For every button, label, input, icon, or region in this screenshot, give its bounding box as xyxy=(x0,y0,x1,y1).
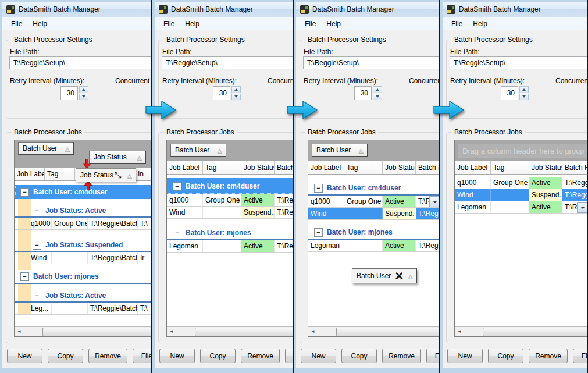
horizontal-scrollbar[interactable]: ◄ xyxy=(308,326,440,336)
copy-button[interactable]: Copy xyxy=(341,349,377,363)
job-row[interactable]: LegomanActiveT:\Reggie\Batch\ xyxy=(308,240,440,252)
copy-button[interactable]: Copy xyxy=(48,349,83,363)
new-button[interactable]: New xyxy=(7,349,42,363)
collapse-icon[interactable]: − xyxy=(20,272,29,281)
file-path-input[interactable] xyxy=(303,56,440,69)
menu-help[interactable]: Help xyxy=(27,19,52,29)
spinner-up-button[interactable] xyxy=(373,86,382,93)
job-row[interactable]: WindSuspend...T:\Reggie\Batch\ xyxy=(308,208,440,220)
column-header-batch-file-path[interactable]: Batch File Path xyxy=(416,161,440,174)
file-count-button[interactable]: File Count xyxy=(573,349,588,363)
collapse-icon[interactable]: − xyxy=(314,184,323,193)
file-path-input[interactable] xyxy=(450,56,588,69)
horizontal-scrollbar[interactable]: ◄ xyxy=(15,326,152,336)
scroll-left-button[interactable]: ◄ xyxy=(455,327,464,336)
spinner-up-button[interactable] xyxy=(231,86,241,93)
retry-interval-spinner[interactable]: 30 xyxy=(501,86,529,100)
column-header-batch-file-path[interactable]: Batch File Path xyxy=(562,161,588,174)
group-row-job-status[interactable]: −Job Status: Active xyxy=(15,290,152,303)
remove-button[interactable]: Remove xyxy=(241,349,280,363)
copy-button[interactable]: Copy xyxy=(488,349,523,363)
group-button-batch-user[interactable]: Batch User△ xyxy=(18,142,74,155)
job-row[interactable]: WindT:\Reggie\Batch\Ir xyxy=(15,252,152,264)
group-row-batch-user[interactable]: −Batch User: mjones xyxy=(167,226,294,240)
remove-button[interactable]: Remove xyxy=(529,349,568,363)
retry-interval-spinner[interactable]: 30 xyxy=(213,86,241,100)
menu-file[interactable]: File xyxy=(6,19,27,29)
group-button-batch-user[interactable]: Batch User△ xyxy=(170,144,226,157)
job-row[interactable]: Leg...T:\Reggie\Batch\T:\ xyxy=(15,303,152,315)
file-path-input[interactable] xyxy=(9,56,152,69)
spinner-down-button[interactable] xyxy=(519,94,529,101)
new-button[interactable]: New xyxy=(301,349,336,363)
column-header-tag[interactable]: Tag xyxy=(344,161,383,174)
column-header-job-label[interactable]: Job Label xyxy=(15,168,45,180)
spinner-down-button[interactable] xyxy=(373,94,382,101)
column-header-tag[interactable]: Tag xyxy=(491,161,529,174)
horizontal-scrollbar[interactable]: ◄ xyxy=(455,326,588,336)
job-row[interactable]: q1000Group OneActiveT:\Reggie\Batch\ xyxy=(308,196,440,208)
remove-button[interactable]: Remove xyxy=(382,349,421,363)
column-header-job-status[interactable]: Job Status xyxy=(241,161,275,174)
spinner-up-button[interactable] xyxy=(79,86,88,93)
group-button-job-status[interactable]: Job Status△ xyxy=(89,151,146,164)
group-row-job-status[interactable]: −Job Status: Suspended xyxy=(15,239,152,252)
collapse-icon[interactable]: − xyxy=(173,229,181,237)
menu-file[interactable]: File xyxy=(158,19,180,29)
cell-dropdown-button[interactable] xyxy=(577,202,588,213)
group-row-job-status[interactable]: −Job Status: Active xyxy=(15,205,152,218)
menu-help[interactable]: Help xyxy=(468,19,493,29)
group-row-batch-user[interactable]: −Batch User: mjones xyxy=(15,270,152,284)
job-row[interactable]: WindSuspend...T:\Reggie\Batch\ xyxy=(455,189,588,201)
column-header-job-status[interactable]: Job Status xyxy=(383,161,416,174)
scrollbar-thumb[interactable] xyxy=(483,328,588,336)
column-header-batch-file-path[interactable]: Batch File Path xyxy=(275,161,294,174)
cell-dropdown-button[interactable] xyxy=(429,196,440,207)
file-count-button[interactable]: File Count xyxy=(133,349,152,363)
group-row-batch-user[interactable]: −Batch User: mjones xyxy=(308,226,440,240)
collapse-icon[interactable]: − xyxy=(173,182,181,191)
group-row-batch-user[interactable]: −Batch User: cm4duser xyxy=(167,178,294,194)
collapse-icon[interactable]: − xyxy=(33,292,41,300)
scroll-left-button[interactable]: ◄ xyxy=(167,327,176,336)
column-header-job-status[interactable]: Job Status xyxy=(529,161,562,174)
file-path-input[interactable] xyxy=(162,56,294,69)
scrollbar-thumb[interactable] xyxy=(42,328,152,336)
retry-interval-spinner[interactable]: 30 xyxy=(60,86,88,100)
menu-file[interactable]: File xyxy=(446,19,468,29)
collapse-icon[interactable]: − xyxy=(33,241,41,250)
job-row[interactable]: q1000Group OneActiveT:\Reggie\Batch\ xyxy=(167,194,294,207)
remove-button[interactable]: Remove xyxy=(88,349,127,363)
dragged-column-header[interactable]: Job Status⤡△ xyxy=(76,168,136,182)
column-header-tag[interactable]: Tag xyxy=(203,161,241,174)
new-button[interactable]: New xyxy=(159,349,195,363)
job-row[interactable]: LegomanActiveT:\Reggie\Batch\ xyxy=(455,201,588,214)
menu-help[interactable]: Help xyxy=(321,19,346,29)
spinner-up-button[interactable] xyxy=(519,86,529,93)
column-header-tag[interactable]: Tag xyxy=(45,168,75,180)
spinner-down-button[interactable] xyxy=(231,94,241,101)
scrollbar-thumb[interactable] xyxy=(336,328,440,336)
job-row[interactable]: LegomanActiveT:\Reggie\Batch\ xyxy=(167,240,294,253)
scroll-left-button[interactable]: ◄ xyxy=(15,327,24,336)
menu-file[interactable]: File xyxy=(300,19,321,29)
scrollbar-thumb[interactable] xyxy=(195,328,294,336)
job-row[interactable]: q1000Group OneActiveT:\Reggie\Batch\ xyxy=(455,177,588,189)
job-row[interactable]: WindSuspend...T:\Reggie\Batch\ xyxy=(167,207,294,219)
horizontal-scrollbar[interactable]: ◄ xyxy=(167,326,294,336)
new-button[interactable]: New xyxy=(447,349,483,363)
column-header-job-label[interactable]: Job Label xyxy=(167,161,203,174)
retry-interval-spinner[interactable]: 30 xyxy=(354,86,382,100)
copy-button[interactable]: Copy xyxy=(200,349,236,363)
spinner-down-button[interactable] xyxy=(79,94,88,101)
column-header-in[interactable]: In xyxy=(136,168,152,180)
column-header-job-label[interactable]: Job Label xyxy=(455,161,491,174)
column-header-job-label[interactable]: Job Label xyxy=(308,161,344,174)
group-by-hint[interactable]: Drag a column header here to group by th… xyxy=(458,144,588,158)
dragged-group-button[interactable]: Batch User✕△ xyxy=(352,268,417,283)
menu-help[interactable]: Help xyxy=(180,19,205,29)
group-row-batch-user[interactable]: −Batch User: cm4duser xyxy=(308,182,440,196)
job-row[interactable]: q1000Group OneT:\Reggie\Batch\T:\ xyxy=(15,218,152,230)
collapse-icon[interactable]: − xyxy=(33,207,41,215)
collapse-icon[interactable]: − xyxy=(20,188,29,197)
